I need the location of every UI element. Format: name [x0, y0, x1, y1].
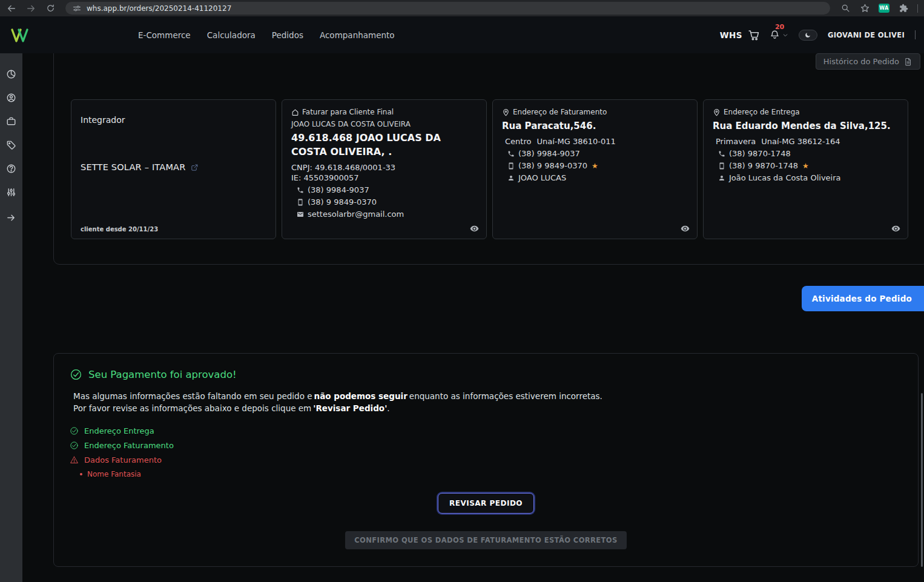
- briefcase-icon[interactable]: [6, 116, 16, 127]
- client-email-row: settesolarbr@gmail.com: [291, 210, 477, 219]
- navbar-divider: [915, 30, 916, 39]
- pie-chart-icon[interactable]: [6, 69, 16, 79]
- eye-icon[interactable]: [470, 224, 479, 233]
- check-circle-icon: [70, 368, 82, 381]
- delivery-address-header-label: Endereço de Entrega: [724, 108, 800, 116]
- billing-district-row: Centro Unaí-MG 38610-011: [502, 137, 688, 146]
- sliders-icon[interactable]: [6, 187, 16, 197]
- url-text[interactable]: whs.app.br/orders/20250214-41120127: [87, 4, 231, 13]
- person-icon: [718, 174, 725, 182]
- external-link-icon[interactable]: [191, 164, 199, 171]
- client-company-name: 49.618.468 JOAO LUCAS DA COSTA OLIVEIRA,…: [291, 131, 477, 159]
- check-billing-data: Dados Faturamento: [70, 455, 902, 465]
- review-order-button[interactable]: REVISAR PEDIDO: [438, 493, 534, 514]
- browser-refresh-icon[interactable]: [45, 3, 56, 14]
- mobile-icon: [718, 162, 725, 170]
- client-contacts: (38) 9984-9037 (38) 9 9849-0370 settesol…: [291, 185, 477, 219]
- billing-contact-row: JOAO LUCAS: [502, 173, 688, 182]
- delivery-city-zip: Unaí-MG 38612-164: [761, 137, 840, 146]
- check-billing-address: Endereço Faturamento: [70, 441, 902, 450]
- cart-icon[interactable]: [748, 29, 759, 41]
- nav-acompanhamento[interactable]: Acompanhamento: [320, 30, 395, 40]
- payment-line2-pre: Por favor revise as informações abaixo e…: [73, 403, 311, 413]
- site-settings-icon[interactable]: [73, 4, 81, 13]
- delivery-address-header: Endereço de Entrega: [713, 108, 899, 116]
- browser-toolbar: whs.app.br/orders/20250214-41120127 WA: [0, 0, 924, 16]
- billing-phone-row: (38) 9984-9037: [502, 149, 688, 158]
- order-page: Histórico do Pedido Integrador SETTE SOL…: [22, 53, 924, 582]
- payment-approved-title-row: Seu Pagamento foi aprovado!: [70, 368, 902, 381]
- bullet-icon: [80, 473, 82, 475]
- delivery-district-row: Primavera Unaí-MG 38612-164: [713, 137, 899, 146]
- integrator-name: SETTE SOLAR – ITAMAR: [81, 162, 186, 172]
- integrator-label: Integrador: [81, 115, 266, 125]
- document-icon: [904, 58, 912, 66]
- billing-phone: (38) 9984-9037: [518, 149, 580, 158]
- dark-mode-toggle[interactable]: [799, 30, 817, 41]
- order-cards-row: Integrador SETTE SOLAR – ITAMAR cliente …: [71, 99, 908, 239]
- bookmark-star-icon[interactable]: [859, 3, 870, 14]
- check-delivery-address: Endereço Entrega: [70, 426, 902, 435]
- nav-calculadora[interactable]: Calculadora: [207, 30, 256, 40]
- confirm-billing-data-button[interactable]: CONFIRMO QUE OS DADOS DE FATURAMENTO EST…: [345, 531, 626, 549]
- browser-back-icon[interactable]: [6, 3, 17, 14]
- payment-line1-pre: Mas algumas informações estão faltando e…: [73, 391, 312, 401]
- delivery-phone: (38) 9870-1748: [729, 149, 791, 158]
- payment-approved-title: Seu Pagamento foi aprovado!: [88, 369, 237, 380]
- notifications-button[interactable]: 20: [770, 30, 788, 40]
- validation-checklist: Endereço Entrega Endereço Faturamento Da…: [70, 426, 902, 478]
- app-navbar: E-Commerce Calculadora Pedidos Acompanha…: [0, 16, 924, 53]
- client-mobile: (38) 9 9849-0370: [308, 197, 377, 207]
- delivery-contact: João Lucas da Costa Oliveira: [729, 173, 841, 182]
- delivery-phone-row: (38) 9870-1748: [713, 149, 899, 158]
- collapse-arrow-icon[interactable]: [6, 213, 16, 223]
- error-detail-label: Nome Fantasia: [87, 470, 141, 478]
- integrator-name-row: SETTE SOLAR – ITAMAR: [81, 162, 266, 172]
- order-history-label: Histórico do Pedido: [823, 57, 899, 66]
- billing-street: Rua Paracatu,546.: [502, 121, 688, 131]
- client-email: settesolarbr@gmail.com: [308, 210, 404, 219]
- client-phone-row: (38) 9984-9037: [291, 185, 477, 194]
- wa-extension-icon[interactable]: WA: [879, 4, 889, 13]
- nav-pedidos[interactable]: Pedidos: [272, 30, 303, 40]
- billing-address-header: Endereço de Faturamento: [502, 108, 688, 116]
- billing-city-zip: Unaí-MG 38610-011: [536, 137, 615, 146]
- content-area: Histórico do Pedido Integrador SETTE SOL…: [0, 53, 924, 582]
- star-icon: ★: [592, 162, 598, 170]
- client-cnpj: CNPJ: 49.618.468/0001-33: [291, 163, 477, 172]
- page-scrollbar[interactable]: [921, 393, 923, 567]
- browser-forward-icon[interactable]: [25, 3, 36, 14]
- client-phone: (38) 9984-9037: [308, 185, 369, 194]
- billing-address-card: Endereço de Faturamento Rua Paracatu,546…: [492, 99, 698, 239]
- payment-line2-bold: 'Revisar Pedido': [313, 403, 387, 413]
- extensions-puzzle-icon[interactable]: [898, 3, 909, 14]
- phone-icon: [297, 187, 304, 194]
- order-history-button[interactable]: Histórico do Pedido: [816, 53, 920, 70]
- tag-icon[interactable]: [6, 140, 16, 150]
- map-pin-icon: [502, 108, 510, 116]
- check-circle-icon: [70, 441, 79, 450]
- order-activities-button[interactable]: Atividades do Pedido: [802, 286, 924, 311]
- user-circle-icon[interactable]: [6, 93, 16, 103]
- user-menu[interactable]: GIOVANI DE OLIVEI: [828, 31, 905, 39]
- notification-count-badge: 20: [775, 23, 784, 31]
- nav-ecommerce[interactable]: E-Commerce: [138, 30, 191, 40]
- billing-mobile: (38) 9 9849-0370: [518, 161, 587, 170]
- eye-icon[interactable]: [681, 224, 690, 233]
- delivery-mobile: (38) 9 9870-1748: [729, 161, 798, 170]
- url-bar[interactable]: whs.app.br/orders/20250214-41120127: [65, 2, 830, 15]
- client-person-name: JOAO LUCAS DA COSTA OLIVEIRA: [291, 120, 477, 128]
- whs-logo[interactable]: [10, 26, 30, 44]
- help-circle-icon[interactable]: [6, 164, 16, 174]
- zoom-icon[interactable]: [840, 3, 851, 14]
- check-label: Endereço Entrega: [84, 426, 154, 435]
- person-icon: [507, 174, 515, 182]
- navbar-right: WHS 20 GIOVANI DE OLIVEI: [720, 29, 916, 41]
- house-icon: [291, 108, 299, 116]
- delivery-street: Rua Eduardo Mendes da Silva,125.: [713, 121, 899, 131]
- client-ie: IE: 45503900057: [291, 173, 477, 182]
- whs-store-label: WHS: [720, 30, 742, 40]
- payment-line1-post: enquanto as informações estiverem incorr…: [409, 391, 602, 401]
- eye-icon[interactable]: [891, 224, 900, 233]
- mobile-icon: [297, 199, 304, 206]
